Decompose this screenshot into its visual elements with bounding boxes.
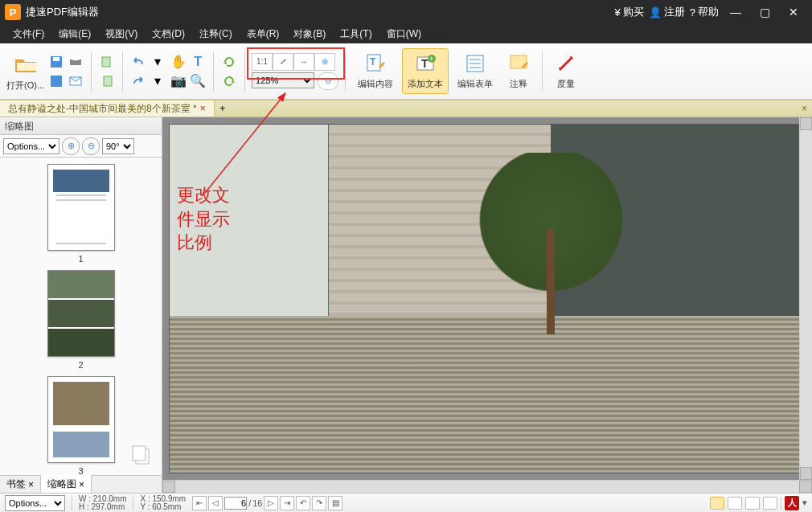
tabbar-close-icon[interactable]: × [797,103,812,114]
open-icon[interactable] [12,51,39,78]
help-link[interactable]: ?帮助 [690,5,719,19]
menu-form[interactable]: 表单(R) [240,26,286,43]
next-page-button[interactable]: ▷ [264,496,278,510]
zoom-in-button[interactable]: ⊕ [314,53,335,71]
menu-doc[interactable]: 文档(D) [146,26,191,43]
document-viewer[interactable] [162,117,812,493]
menu-annot[interactable]: 注释(C) [193,26,239,43]
copy-icon[interactable] [98,53,116,71]
user-icon: 👤 [649,6,662,18]
main-area: 缩略图 Options... ⊕ ⊖ 90° 1 2 3 书签× 缩略图× [0,117,812,493]
thumb-options-select[interactable]: Options... [3,138,59,154]
chevron-down-icon[interactable]: ▾ [802,498,807,508]
thumb-zoom-out-icon[interactable]: ⊖ [82,137,100,155]
close-icon[interactable]: × [79,479,84,490]
status-bar: Options... W : 210.0mm H : 297.0mm X : 1… [0,493,812,512]
horizontal-scrollbar[interactable] [162,480,812,493]
thumbnail-1[interactable]: 1 [47,164,115,264]
redo-drop-icon[interactable]: ▾ [149,72,166,90]
undo-icon[interactable] [129,53,147,71]
toolbar-divider [542,51,543,92]
tab-add-button[interactable]: + [215,103,231,114]
svg-rect-7 [104,76,112,86]
edit-form-button[interactable]: 编辑表单 [452,48,498,94]
svg-rect-2 [70,59,81,65]
paste-icon[interactable] [98,72,116,90]
vertical-scrollbar[interactable] [799,117,812,480]
app-icon: P [5,4,21,20]
page-number-input[interactable] [224,497,247,510]
maximize-button[interactable]: ▢ [753,5,777,19]
title-bar: P 捷速PDF编辑器 ¥购买 👤注册 ?帮助 — ▢ ✕ [0,0,812,24]
email-icon[interactable] [67,72,84,90]
add-text-button[interactable]: T+ 添加文本 [402,48,449,94]
thumbnails-panel[interactable]: 1 2 3 [0,158,162,475]
annotation-text: 更改文 件显示 比例 [177,183,230,255]
menu-file[interactable]: 文件(F) [6,26,51,43]
thumb-rotate-select[interactable]: 90° [102,138,134,154]
first-page-button[interactable]: ⇤ [192,496,207,510]
search-icon[interactable]: 🔍 [189,72,207,90]
thumbnail-2[interactable]: 2 [47,270,115,370]
register-link[interactable]: 👤注册 [649,5,685,19]
nav-back-button[interactable]: ↶ [296,496,310,510]
buy-label: 购买 [623,5,644,19]
zoom-out-button[interactable]: ⊖ [318,72,338,90]
prev-page-button[interactable]: ◁ [208,496,223,510]
thumbnail-3[interactable]: 3 [47,376,115,475]
status-divider [72,496,72,510]
document-tab[interactable]: 总有静谥之处-中国城市间最美的8个新茶室 * × [0,100,215,117]
status-options-select[interactable]: Options... [5,495,65,511]
view-facing-button[interactable] [745,497,760,510]
hand-icon[interactable]: ✋ [170,53,187,71]
sidebar-title: 缩略图 [0,117,162,135]
menu-edit[interactable]: 编辑(E) [52,26,97,43]
close-button[interactable]: ✕ [781,5,806,19]
zoom-select[interactable]: 125% [252,72,314,88]
tab-thumbnail[interactable]: 缩略图× [41,475,92,493]
page-canvas[interactable] [169,124,806,473]
tab-label: 总有静谥之处-中国城市间最美的8个新茶室 * [8,102,197,116]
undo-drop-icon[interactable]: ▾ [149,53,166,71]
help-label: 帮助 [698,5,719,19]
edit-content-button[interactable]: T 编辑内容 [352,48,399,94]
svg-rect-4 [51,76,62,87]
buy-link[interactable]: ¥购买 [615,5,644,19]
rotate-ccw-icon[interactable] [220,53,238,71]
view-mode-group: 人 ▾ [710,496,807,510]
add-text-label: 添加文本 [408,78,443,90]
thumb-zoom-in-icon[interactable]: ⊕ [62,137,80,155]
text-select-icon[interactable]: T [189,53,207,71]
page-info-button[interactable]: ▤ [328,496,342,510]
last-page-button[interactable]: ⇥ [280,496,294,510]
tab-bookmark[interactable]: 书签× [0,476,41,493]
zoom-fit-width-button[interactable]: ↔ [293,53,314,71]
measure-button[interactable]: 度量 [549,48,583,94]
menu-window[interactable]: 窗口(W) [380,26,428,43]
zoom-actual-button[interactable]: 1:1 [252,53,273,71]
menu-view[interactable]: 视图(V) [99,26,144,43]
adobe-icon[interactable]: 人 [785,496,799,510]
minimize-button[interactable]: — [724,5,748,19]
add-text-icon: T+ [414,52,437,75]
save-icon[interactable] [47,53,65,71]
view-single-button[interactable] [710,497,724,510]
snapshot-icon[interactable]: 📷 [170,72,187,90]
nav-fwd-button[interactable]: ↷ [312,496,326,510]
tab-close-icon[interactable]: × [200,103,206,114]
measure-icon [555,52,577,75]
svg-rect-1 [53,57,59,61]
rotate-cw-icon[interactable] [220,72,238,90]
print-icon[interactable] [67,53,84,71]
annotate-button[interactable]: 注释 [502,48,535,94]
view-facing-cont-button[interactable] [763,497,777,510]
zoom-fit-button[interactable]: ⤢ [273,53,293,71]
save-as-icon[interactable] [47,72,65,90]
menu-bar: 文件(F) 编辑(E) 视图(V) 文档(D) 注释(C) 表单(R) 对象(B… [0,24,812,43]
view-continuous-button[interactable] [728,497,742,510]
menu-object[interactable]: 对象(B) [287,26,332,43]
menu-tools[interactable]: 工具(T) [334,26,378,43]
redo-icon[interactable] [129,72,147,90]
register-label: 注册 [664,5,685,19]
close-icon[interactable]: × [28,479,34,490]
